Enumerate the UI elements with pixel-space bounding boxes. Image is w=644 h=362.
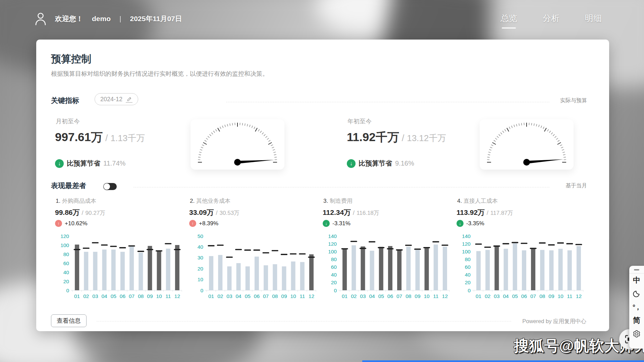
down-arrow-icon: ↓ bbox=[347, 159, 356, 168]
svg-text:10: 10 bbox=[290, 293, 296, 299]
svg-text:10: 10 bbox=[156, 293, 162, 299]
svg-text:11: 11 bbox=[567, 293, 572, 299]
punctuation-toggle-button[interactable]: °， bbox=[629, 300, 644, 314]
svg-text:09: 09 bbox=[415, 293, 420, 299]
panel-manufacturing-cost: 3. 制造费用 112.34万/116.18万 ↓-3.31% 02040608… bbox=[321, 197, 452, 309]
svg-text:100: 100 bbox=[462, 249, 471, 254]
ytd-values: 11.92千万 / 13.12千万 bbox=[347, 129, 446, 145]
svg-text:09: 09 bbox=[548, 293, 554, 299]
language-toggle-button[interactable]: 中 bbox=[629, 274, 644, 287]
svg-text:05: 05 bbox=[378, 293, 384, 299]
down-arrow-icon: ↓ bbox=[323, 220, 330, 227]
svg-text:11: 11 bbox=[300, 293, 305, 299]
bottom-blue-strip bbox=[362, 360, 644, 362]
svg-text:02: 02 bbox=[485, 293, 490, 299]
svg-text:05: 05 bbox=[111, 293, 116, 299]
svg-text:03: 03 bbox=[494, 293, 499, 299]
mtd-budget: 1.13千万 bbox=[111, 132, 145, 144]
ytd-label: 年初至今 bbox=[347, 117, 372, 125]
svg-text:40: 40 bbox=[63, 269, 69, 275]
dark-mode-moon-icon[interactable] bbox=[629, 287, 644, 300]
tab-detail[interactable]: 明细 bbox=[585, 13, 602, 28]
worst-performers-heading: 表现最差者 bbox=[51, 181, 86, 190]
svg-text:01: 01 bbox=[342, 293, 347, 299]
svg-text:11: 11 bbox=[165, 293, 171, 299]
page-title: 预算控制 bbox=[51, 52, 91, 66]
mtd-values: 997.61万 / 1.13千万 bbox=[55, 129, 145, 145]
divider-dashed bbox=[226, 102, 549, 102]
svg-text:140: 140 bbox=[462, 233, 471, 239]
svg-text:03: 03 bbox=[360, 293, 366, 299]
svg-text:06: 06 bbox=[120, 293, 125, 299]
svg-text:08: 08 bbox=[406, 293, 411, 299]
svg-text:40: 40 bbox=[331, 272, 337, 278]
svg-text:08: 08 bbox=[272, 293, 278, 299]
svg-text:60: 60 bbox=[63, 260, 69, 266]
edit-pencil-icon[interactable] bbox=[126, 96, 132, 103]
svg-text:02: 02 bbox=[83, 293, 89, 299]
svg-text:80: 80 bbox=[63, 251, 69, 257]
collapse-handle[interactable] bbox=[634, 269, 639, 270]
svg-text:05: 05 bbox=[245, 293, 251, 299]
svg-text:20: 20 bbox=[465, 280, 471, 285]
svg-text:20: 20 bbox=[331, 280, 337, 285]
mtd-savings-badge: ↓ 比预算节省 11.74% bbox=[55, 159, 125, 168]
down-arrow-icon: ↓ bbox=[55, 159, 64, 168]
period-value: 2024-12 bbox=[100, 96, 122, 103]
svg-text:09: 09 bbox=[147, 293, 153, 299]
svg-text:12: 12 bbox=[174, 293, 180, 299]
script-toggle-button[interactable]: 简 bbox=[629, 314, 644, 327]
svg-text:03: 03 bbox=[226, 293, 232, 299]
svg-text:02: 02 bbox=[217, 293, 223, 299]
settings-gear-icon[interactable] bbox=[629, 327, 644, 341]
mtd-actual: 997.61万 bbox=[55, 129, 103, 145]
panel-other-business-cost: 2. 其他业务成本 33.09万/30.53万 ↑+8.39% 01020304… bbox=[187, 197, 319, 309]
svg-text:10: 10 bbox=[424, 293, 430, 299]
svg-text:01: 01 bbox=[74, 293, 80, 299]
svg-text:30: 30 bbox=[198, 255, 204, 260]
divider-dashed bbox=[133, 187, 549, 187]
svg-text:0: 0 bbox=[334, 288, 337, 293]
svg-text:01: 01 bbox=[208, 293, 214, 299]
svg-text:120: 120 bbox=[462, 241, 471, 247]
tab-analysis[interactable]: 分析 bbox=[543, 13, 559, 28]
svg-text:60: 60 bbox=[465, 264, 471, 270]
worst-performers-toggle[interactable] bbox=[103, 183, 117, 190]
top-bar: 欢迎您！ demo | 2025年11月07日 总览 分析 明细 bbox=[0, 0, 644, 36]
svg-text:08: 08 bbox=[539, 293, 545, 299]
up-arrow-icon: ↑ bbox=[189, 220, 196, 227]
view-info-button[interactable]: 查看信息 bbox=[51, 314, 87, 327]
svg-text:10: 10 bbox=[557, 293, 564, 299]
divider-dashed bbox=[97, 321, 511, 321]
bar-chart-manufacturing: 0204060801001201400102030405060708091011… bbox=[321, 231, 452, 308]
user-avatar-icon[interactable] bbox=[35, 12, 46, 25]
svg-text:12: 12 bbox=[309, 293, 314, 299]
period-picker[interactable]: 2024-12 bbox=[95, 93, 138, 105]
svg-text:140: 140 bbox=[328, 233, 337, 239]
svg-text:04: 04 bbox=[369, 293, 375, 299]
key-metrics-heading: 关键指标 bbox=[51, 96, 79, 105]
svg-text:12: 12 bbox=[576, 293, 582, 299]
svg-text:08: 08 bbox=[138, 293, 144, 299]
svg-text:120: 120 bbox=[328, 241, 337, 247]
svg-text:07: 07 bbox=[129, 293, 135, 299]
svg-text:60: 60 bbox=[331, 264, 337, 270]
ytd-budget: 13.12千万 bbox=[407, 132, 446, 144]
svg-text:50: 50 bbox=[198, 233, 204, 239]
svg-text:0: 0 bbox=[468, 288, 471, 293]
based-on-month-label: 基于当月 bbox=[566, 182, 587, 189]
svg-text:0: 0 bbox=[66, 288, 69, 293]
svg-text:40: 40 bbox=[198, 244, 204, 250]
tab-overview[interactable]: 总览 bbox=[500, 13, 517, 28]
svg-text:02: 02 bbox=[351, 293, 357, 299]
current-date: 2025年11月07日 bbox=[130, 14, 182, 23]
svg-text:100: 100 bbox=[60, 242, 69, 248]
svg-text:04: 04 bbox=[503, 293, 509, 299]
svg-text:07: 07 bbox=[396, 293, 402, 299]
svg-text:20: 20 bbox=[63, 279, 69, 284]
bar-chart-purchased-goods: 020406080100120010203040506070809101112 bbox=[53, 231, 184, 308]
svg-text:80: 80 bbox=[331, 256, 337, 262]
panel-direct-labor-cost: 4. 直接人工成本 113.92万/117.87万 ↓-3.35% 020406… bbox=[454, 197, 586, 309]
svg-text:11: 11 bbox=[433, 293, 438, 299]
side-toolbar: 中 °， 简 bbox=[629, 266, 644, 349]
